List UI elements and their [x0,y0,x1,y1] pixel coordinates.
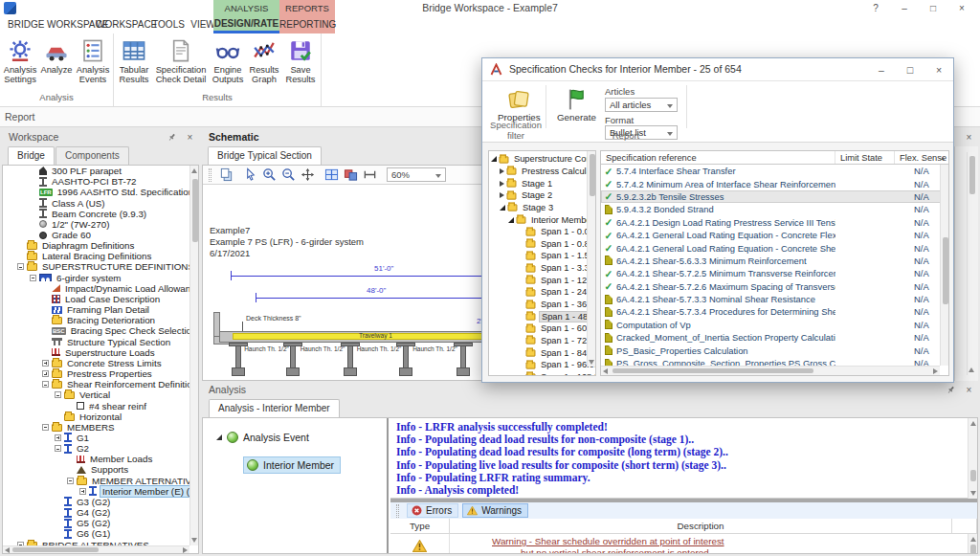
minimize-button[interactable]: – [890,0,919,16]
zoom-in-icon[interactable] [261,167,278,183]
dialog-maximize-button[interactable]: □ [896,58,924,81]
fit-view-icon[interactable] [323,167,340,183]
filter-node-stage-3[interactable]: Stage 3 [489,202,595,214]
tree-item-vertical[interactable]: Vertical [3,389,189,400]
collapse-icon[interactable] [508,217,514,223]
tree-item-beam-concrete-9-9-3[interactable]: Beam Concrete (9.9.3) [3,209,189,219]
collapse-icon[interactable] [491,156,497,162]
menu-tools[interactable]: TOOLS [151,16,186,33]
tab-bridge-typical-section[interactable]: Bridge Typical Section [208,146,322,165]
analysis-log-vscrollbar[interactable] [968,418,977,499]
filter-node-span-1-24-00-ft[interactable]: Span 1 - 24.00 ft. [489,286,595,299]
tab-bridge[interactable]: Bridge [8,146,55,165]
close-icon[interactable]: × [963,384,975,396]
tree-item-members[interactable]: MEMBERS [3,422,189,433]
menu-view[interactable]: VIEW [189,16,216,33]
tree-item-grade-60[interactable]: Grade 60 [3,230,189,240]
section-view-icon[interactable] [343,167,359,183]
zoom-out-icon[interactable] [280,167,297,183]
filter-node-span-1-0-82-ft[interactable]: Span 1 - 0.82 ft. [489,237,595,250]
copy-icon[interactable] [218,167,234,183]
filter-node-span-1-96-00-ft[interactable]: Span 1 - 96.00 ft. [489,359,595,371]
tree-item-lateral-bracing-definitions[interactable]: Lateral Bracing Definitions [3,251,189,261]
dialog-minimize-button[interactable]: – [867,58,896,81]
expand-icon[interactable] [500,192,504,198]
contextual-group-reports[interactable]: REPORTS [279,0,335,16]
articles-select[interactable]: All articles [605,98,678,112]
tree-item-interior-member-e-c[interactable]: Interior Member (E) (C) [3,486,189,497]
tree-item-1-2-7w-270[interactable]: 1/2" (7W-270) [3,219,189,230]
filter-node-span-1-48-00-ft[interactable]: Span 1 - 48.00 ft. [489,310,595,322]
collapse-icon[interactable] [55,445,61,452]
tree-item-g4-g2[interactable]: G4 (G2) [3,507,189,518]
filter-node-span-1-108-00-ft[interactable]: Span 1 - 108.00 ft. [489,371,595,376]
menu-reporting[interactable]: REPORTING [279,16,335,33]
filter-node-stage-2[interactable]: Stage 2 [489,189,595,202]
tree-item-prestress-properties[interactable]: Prestress Properties [3,368,189,379]
filter-tree-vscrollbar[interactable] [587,151,595,367]
column-description[interactable]: Description [450,519,952,533]
spec-check-row[interactable]: Computation of VpN/A [601,319,948,331]
hidden-panel-vscrollbar[interactable] [967,152,975,375]
analyze-button[interactable]: Analyze [38,35,75,92]
expand-icon[interactable] [42,370,49,377]
properties-button[interactable]: Properties [498,87,541,122]
filter-node-span-1-36-00-ft[interactable]: Span 1 - 36.00 ft. [489,299,595,311]
help-button[interactable]: ? [861,0,890,16]
specification-check-detail-button[interactable]: Specification Check Detail [152,35,210,92]
filter-node-span-1-3-33-ft[interactable]: Span 1 - 3.33 ft. [489,262,595,275]
workspace-tree-hscrollbar[interactable] [3,545,189,553]
column-type[interactable]: Type [390,519,450,533]
filter-node-span-1-60-00-ft[interactable]: Span 1 - 60.00 ft. [489,322,595,335]
tree-item-concrete-stress-limits[interactable]: Concrete Stress Limits [3,358,189,368]
column-flex-sense[interactable]: Flex. Sense ▲ [895,151,948,164]
expand-icon[interactable] [42,360,49,367]
filter-node-span-1-12-00-ft[interactable]: Span 1 - 12.00 ft. [489,274,595,286]
filter-node-span-1-1-58-ft[interactable]: Span 1 - 1.58 ft. [489,250,595,262]
close-icon[interactable]: × [184,131,196,144]
tree-item-superstructure-loads[interactable]: Superstructure Loads [3,347,189,358]
tree-item-aashto-pci-bt-72[interactable]: AASHTO-PCI BT-72 [3,176,189,187]
tabular-results-button[interactable]: Tabular Results [116,35,152,92]
maximize-button[interactable]: □ [919,0,947,16]
analysis-event-node[interactable]: Analysis Event [216,432,309,443]
tree-item-horizontal[interactable]: Horizontal [3,411,189,422]
engine-outputs-button[interactable]: Engine Outputs [210,35,246,92]
menu-workspace[interactable]: WORKSPACE [96,16,149,33]
tree-item-bracing-spec-check-selection[interactable]: BSCBracing Spec Check Selection [3,325,189,336]
interior-member-node[interactable]: Interior Member [243,456,341,474]
results-graph-button[interactable]: Results Graph [246,35,282,92]
zoom-level-select[interactable]: 60% [387,167,446,182]
collapse-icon[interactable] [30,275,36,281]
filter-node-span-1-72-00-ft[interactable]: Span 1 - 72.00 ft. [489,335,595,347]
tree-item-g5-g2[interactable]: G5 (G2) [3,518,189,528]
messages-table-row[interactable]: Warning - Shear schedule overridden at p… [390,534,977,553]
expand-icon[interactable] [500,181,504,187]
spec-check-row[interactable]: ✓5.7.4.2 Minimum Area of Interface Shear… [601,177,948,189]
filter-node-prestress-calculations[interactable]: Prestress Calculations [489,166,595,178]
spec-check-row[interactable]: PS_Basic_Properties CalculationN/A [601,344,948,356]
expand-icon[interactable] [500,168,504,174]
report-panel-label[interactable]: Report [5,111,35,122]
spec-check-row[interactable]: ✓6A.4.2.1 General Load Rating Equation -… [601,229,948,241]
collapse-icon[interactable] [42,381,49,388]
filter-node-span-1-0-00-ft[interactable]: Span 1 - 0.00 ft. [489,226,595,238]
contextual-group-analysis[interactable]: ANALYSIS [213,0,279,16]
tree-item-g2[interactable]: G2 [3,443,189,454]
column-specification-reference[interactable]: Specification reference [601,151,835,164]
menu-bridge-workspace[interactable]: BRIDGE WORKSPACE [8,16,92,33]
collapse-icon[interactable] [55,391,61,398]
tree-item-supports[interactable]: Supports [3,464,189,475]
pin-icon[interactable] [166,131,178,144]
column-limit-state[interactable]: Limit State [835,151,895,164]
generate-button[interactable]: Generate [557,87,596,122]
pin-icon[interactable] [945,384,957,396]
close-button[interactable]: × [947,0,976,16]
tree-item-1996-aashto-std-specifications[interactable]: LFR1996 AASHTO Std. Specifications [3,187,189,197]
spec-check-row[interactable]: ✓6A.4.2.1 Design Load Rating Prestress S… [601,216,948,229]
tree-item-diaphragm-definitions[interactable]: Diaphragm Definitions [3,240,189,251]
collapse-icon[interactable] [17,263,24,270]
spec-list-hscrollbar[interactable] [601,366,940,375]
tree-item-6-girder-system[interactable]: 6-girder system [3,273,189,283]
spec-check-row[interactable]: ✓6A.4.2.1 Shear-5.7.2.5 Minimum Transver… [601,267,948,279]
